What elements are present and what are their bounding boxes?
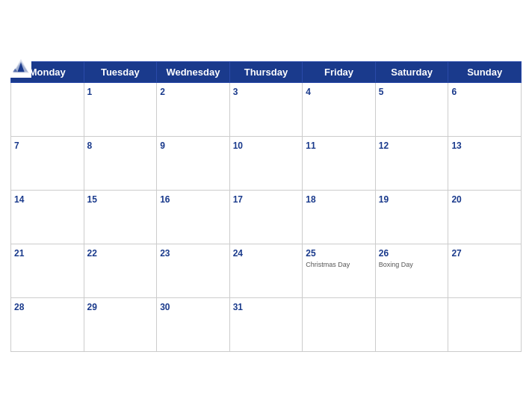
calendar-cell: 29 <box>84 297 157 351</box>
weekday-header-tuesday: Tuesday <box>84 61 157 82</box>
date-number: 3 <box>233 87 238 97</box>
date-number: 9 <box>160 140 165 151</box>
date-number: 10 <box>233 140 243 151</box>
calendar-cell: 13 <box>448 136 522 190</box>
date-number: 12 <box>379 140 389 151</box>
calendar-cell: 10 <box>229 136 303 190</box>
calendar-cell: 27 <box>448 244 522 297</box>
weekday-header-saturday: Saturday <box>375 61 448 82</box>
holiday-label: Christmas Day <box>306 261 372 268</box>
calendar-cell: 22 <box>84 244 157 297</box>
date-number: 7 <box>14 140 19 151</box>
date-number: 24 <box>233 248 243 259</box>
calendar-cell: 30 <box>157 297 230 351</box>
calendar-cell <box>11 82 84 136</box>
calendar-cell: 1 <box>84 82 157 136</box>
calendar-cell <box>375 297 448 351</box>
weekday-header-thursday: Thursday <box>229 61 303 82</box>
calendar-cell: 25Christmas Day <box>303 244 376 297</box>
date-number: 20 <box>451 194 461 205</box>
weekday-header-friday: Friday <box>303 61 376 82</box>
calendar-cell: 3 <box>229 82 303 136</box>
date-number: 6 <box>451 87 457 97</box>
calendar-cell: 26Boxing Day <box>375 244 448 297</box>
week-row-4: 2122232425Christmas Day26Boxing Day27 <box>11 244 522 297</box>
date-number: 19 <box>379 194 389 205</box>
calendar-cell: 7 <box>11 136 84 190</box>
calendar-cell: 23 <box>157 244 230 297</box>
weekday-header-sunday: Sunday <box>448 61 522 82</box>
date-number: 21 <box>14 248 24 259</box>
calendar-cell: 16 <box>157 190 230 244</box>
calendar-cell: 5 <box>375 82 448 136</box>
date-number: 2 <box>160 87 165 97</box>
weekday-header-wednesday: Wednesday <box>157 61 230 82</box>
calendar-cell: 8 <box>84 136 157 190</box>
week-row-5: 28293031 <box>11 297 522 351</box>
date-number: 22 <box>87 248 97 259</box>
date-number: 14 <box>14 194 24 205</box>
holiday-label: Boxing Day <box>379 261 445 268</box>
date-number: 5 <box>379 87 384 97</box>
date-number: 4 <box>306 87 311 97</box>
date-number: 28 <box>14 302 24 312</box>
calendar-cell: 6 <box>448 82 522 136</box>
weekday-header-row: MondayTuesdayWednesdayThursdayFridaySatu… <box>11 61 522 82</box>
date-number: 18 <box>306 194 315 205</box>
calendar-cell: 24 <box>229 244 303 297</box>
date-number: 30 <box>160 302 170 312</box>
calendar-table: MondayTuesdayWednesdayThursdayFridaySatu… <box>10 61 522 352</box>
date-number: 26 <box>379 248 389 259</box>
calendar-cell: 4 <box>303 82 376 136</box>
calendar-cell: 14 <box>11 190 84 244</box>
calendar-cell: 11 <box>303 136 376 190</box>
week-row-1: 123456 <box>11 82 522 136</box>
calendar-cell: 19 <box>375 190 448 244</box>
week-row-3: 14151617181920 <box>11 190 522 244</box>
date-number: 23 <box>160 248 170 259</box>
date-number: 15 <box>87 194 97 205</box>
date-number: 29 <box>87 302 97 312</box>
calendar-cell: 28 <box>11 297 84 351</box>
calendar-cell: 21 <box>11 244 84 297</box>
date-number: 31 <box>233 302 243 312</box>
calendar-cell <box>448 297 522 351</box>
calendar-cell: 9 <box>157 136 230 190</box>
date-number: 11 <box>306 140 315 151</box>
calendar-wrapper: MondayTuesdayWednesdayThursdayFridaySatu… <box>0 49 532 362</box>
calendar-cell <box>303 297 376 351</box>
date-number: 13 <box>451 140 461 151</box>
calendar-cell: 17 <box>229 190 303 244</box>
date-number: 25 <box>306 248 315 259</box>
calendar-cell: 12 <box>375 136 448 190</box>
calendar-cell: 18 <box>303 190 376 244</box>
week-row-2: 78910111213 <box>11 136 522 190</box>
date-number: 17 <box>233 194 243 205</box>
calendar-cell: 31 <box>229 297 303 351</box>
date-number: 27 <box>451 248 461 259</box>
calendar-cell: 20 <box>448 190 522 244</box>
generalblue-logo-icon <box>10 57 31 78</box>
logo-area <box>10 57 34 78</box>
calendar-cell: 15 <box>84 190 157 244</box>
date-number: 16 <box>160 194 170 205</box>
date-number: 8 <box>87 140 93 151</box>
calendar-cell: 2 <box>157 82 230 136</box>
date-number: 1 <box>87 87 93 97</box>
